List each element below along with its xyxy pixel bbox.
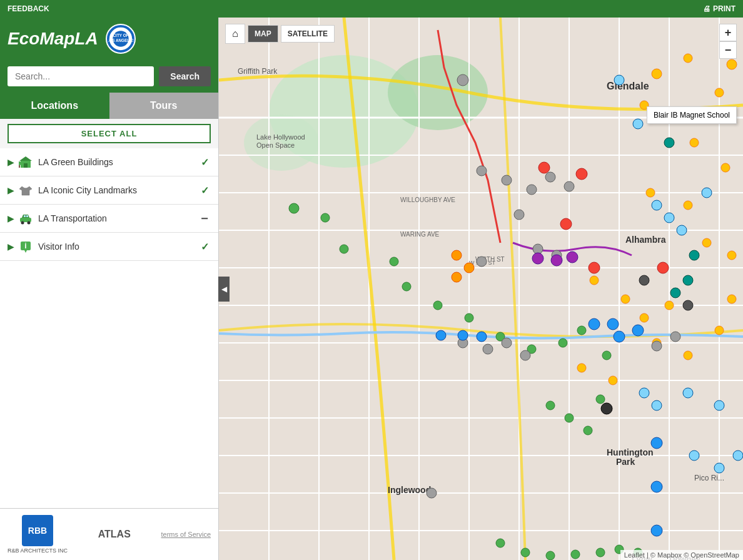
- tab-locations[interactable]: Locations: [0, 93, 109, 119]
- svg-point-157: [683, 300, 693, 310]
- svg-point-103: [457, 74, 468, 86]
- rbb-subtext: R&B ARCHITECTS INC: [8, 547, 68, 554]
- search-button[interactable]: Search: [159, 66, 211, 86]
- svg-point-76: [577, 364, 586, 372]
- layer-name-landmarks: LA Iconic City Landmarks: [38, 185, 198, 195]
- svg-point-84: [402, 282, 411, 291]
- svg-text:Inglewood: Inglewood: [388, 485, 431, 495]
- svg-point-136: [551, 255, 562, 266]
- svg-text:Griffith Park: Griffith Park: [238, 67, 278, 76]
- sidebar-footer: RBB R&B ARCHITECTS INC ATLAS terms of Se…: [0, 508, 218, 560]
- svg-marker-16: [24, 250, 27, 253]
- svg-text:Huntington: Huntington: [607, 447, 654, 457]
- svg-point-131: [651, 525, 662, 536]
- layer-list: ▶ LA Green Buildings ✓: [0, 148, 218, 508]
- svg-point-116: [520, 350, 530, 360]
- svg-point-73: [665, 301, 674, 310]
- transportation-icon: [18, 211, 33, 226]
- expand-icon-transportation: ▶: [8, 213, 14, 223]
- svg-text:Open Space: Open Space: [256, 141, 295, 149]
- visitor-info-icon: i: [18, 239, 33, 254]
- search-input[interactable]: [8, 66, 154, 86]
- map-area[interactable]: Glendale Alhambra Inglewood Huntington P…: [219, 18, 743, 560]
- svg-point-130: [651, 481, 662, 492]
- zoom-in-button[interactable]: +: [719, 24, 737, 41]
- feedback-button[interactable]: FEEDBACK: [8, 4, 49, 13]
- layer-name-visitor: Visitor Info: [38, 242, 198, 252]
- svg-point-139: [683, 275, 693, 285]
- layer-item-transportation[interactable]: ▶ LA Transportation −: [0, 205, 218, 233]
- svg-point-117: [652, 341, 662, 351]
- sidebar-header: EcoMapLA CITY OF LOS ANGELES: [0, 18, 218, 60]
- sidebar: EcoMapLA CITY OF LOS ANGELES Search Loca…: [0, 18, 219, 560]
- svg-point-151: [714, 400, 724, 410]
- svg-point-91: [602, 351, 611, 360]
- svg-point-154: [733, 451, 743, 461]
- svg-point-99: [571, 550, 580, 559]
- svg-point-159: [464, 263, 474, 273]
- svg-point-143: [633, 119, 643, 129]
- svg-point-70: [590, 276, 599, 285]
- select-all-button[interactable]: SELECT ALL: [8, 124, 211, 143]
- svg-point-10: [21, 221, 24, 225]
- collapse-sidebar-button[interactable]: ◀: [218, 277, 230, 302]
- svg-point-146: [677, 225, 687, 235]
- svg-point-118: [670, 332, 680, 342]
- svg-text:Glendale: Glendale: [607, 81, 649, 91]
- svg-point-112: [477, 257, 487, 267]
- svg-point-107: [545, 172, 555, 182]
- tos-link[interactable]: terms of Service: [161, 531, 211, 538]
- svg-point-82: [340, 245, 348, 253]
- search-bar: Search: [0, 60, 218, 93]
- map-view-button[interactable]: MAP: [248, 25, 278, 43]
- print-button[interactable]: 🖨 PRINT: [703, 4, 735, 13]
- svg-point-148: [639, 388, 649, 398]
- svg-point-119: [427, 488, 437, 498]
- svg-point-62: [715, 88, 724, 97]
- expand-icon: ▶: [8, 157, 14, 167]
- svg-point-144: [652, 200, 662, 210]
- svg-point-95: [596, 395, 605, 404]
- svg-point-86: [465, 313, 473, 322]
- svg-point-141: [689, 250, 699, 260]
- svg-point-120: [538, 162, 550, 173]
- svg-point-133: [458, 330, 468, 340]
- svg-point-71: [621, 295, 630, 303]
- svg-rect-13: [26, 215, 28, 217]
- atlas-label: ATLAS: [98, 529, 131, 540]
- main-layout: EcoMapLA CITY OF LOS ANGELES Search Loca…: [0, 18, 743, 560]
- layer-item-visitor[interactable]: ▶ i Visitor Info ✓: [0, 233, 218, 261]
- svg-point-81: [321, 213, 330, 222]
- svg-point-75: [684, 351, 692, 360]
- satellite-view-button[interactable]: SATELLITE: [281, 25, 335, 43]
- map-home-button[interactable]: ⌂: [225, 24, 245, 44]
- svg-text:CITY OF: CITY OF: [113, 33, 128, 38]
- svg-point-85: [433, 301, 442, 310]
- layer-check-transportation: −: [198, 212, 211, 225]
- layer-item-landmarks[interactable]: ▶ LA Iconic City Landmarks ✓: [0, 176, 218, 205]
- map-toolbar: ⌂ MAP SATELLITE: [225, 24, 335, 44]
- map-attribution: Leaflet | © Mapbox © OpenStreetMap: [620, 550, 743, 560]
- svg-point-66: [646, 188, 655, 197]
- svg-point-132: [436, 330, 446, 340]
- svg-point-108: [564, 181, 574, 191]
- svg-point-67: [684, 201, 692, 210]
- svg-point-152: [689, 451, 699, 461]
- svg-text:Park: Park: [616, 457, 635, 467]
- tabs: Locations Tours: [0, 93, 218, 119]
- map-background[interactable]: Glendale Alhambra Inglewood Huntington P…: [219, 18, 743, 560]
- expand-icon-visitor: ▶: [8, 242, 14, 252]
- la-logo-inner: CITY OF LOS ANGELES: [107, 25, 134, 53]
- expand-icon-landmarks: ▶: [8, 185, 14, 195]
- tab-tours[interactable]: Tours: [109, 93, 219, 119]
- svg-point-156: [639, 275, 649, 285]
- svg-point-153: [714, 463, 724, 473]
- svg-point-142: [614, 75, 624, 85]
- zoom-out-button[interactable]: −: [719, 41, 737, 59]
- svg-point-122: [576, 168, 587, 180]
- layer-item-green-buildings[interactable]: ▶ LA Green Buildings ✓: [0, 148, 218, 176]
- svg-point-158: [452, 250, 462, 260]
- svg-point-124: [657, 262, 669, 273]
- svg-point-98: [546, 551, 555, 560]
- svg-point-121: [560, 218, 572, 230]
